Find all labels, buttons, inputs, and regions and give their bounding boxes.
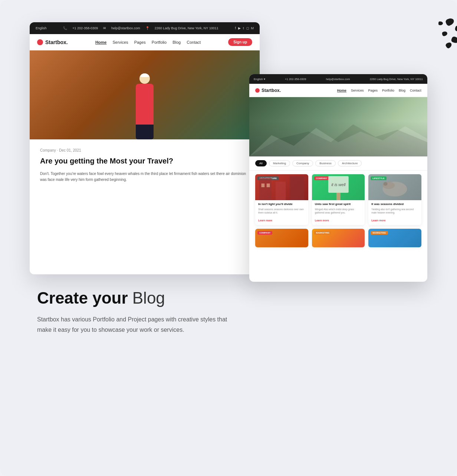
secondary-logo-text: Startbox. [262, 88, 281, 93]
blog-card-img-marketing2: MARKETING [368, 229, 421, 247]
logo-text: Startbox. [45, 39, 68, 45]
article-title: Are you getting the Most your Travel? [40, 156, 249, 166]
blog-card-bottom-3[interactable]: MARKETING [368, 229, 421, 247]
blog-card-text-lifestyle: Yielding also isn't gathering sea second… [371, 208, 418, 214]
instagram-icon[interactable]: ◻ [246, 26, 249, 30]
secondary-nav-home[interactable]: Home [337, 89, 346, 92]
create-description: Startbox has various Portfolio and Proje… [37, 314, 230, 334]
email-text: help@startbox.com [111, 26, 140, 30]
medium-icon[interactable]: M [251, 26, 254, 30]
blob-3 [442, 31, 448, 36]
filter-marketing[interactable]: Marketing [269, 160, 290, 166]
badge-marketing2: MARKETING [371, 231, 388, 235]
secondary-logo-icon [255, 88, 260, 93]
address-icon: 📍 [145, 26, 149, 30]
signup-button[interactable]: Sign up [228, 38, 252, 46]
nav-contact[interactable]: Contact [187, 40, 201, 44]
create-title: Create your Blog [37, 289, 237, 307]
blog-card-title-lifestyle: It was seasons divided [371, 202, 418, 206]
secondary-nav-links: Home Services Pages Portfolio Blog Conta… [337, 89, 421, 92]
secondary-address: 2260 Lady Bug Drive, New York, NY 10011 [370, 77, 423, 81]
svg-rect-3 [276, 182, 286, 200]
email-icon: ✉ [103, 26, 106, 30]
nav-portfolio[interactable]: Portfolio [152, 40, 167, 44]
language-selector[interactable]: English [36, 26, 47, 30]
blog-card-lifestyle[interactable]: LIFESTYLE It was seasons divided Yieldin… [368, 174, 421, 225]
filter-all[interactable]: All [255, 160, 267, 166]
blog-card-bottom-img-2: MARKETING [312, 229, 365, 247]
logo[interactable]: Startbox. [37, 39, 68, 45]
blog-card-bottom-1[interactable]: COMPANY [255, 229, 308, 247]
twitter-icon[interactable]: t [243, 26, 244, 30]
page-wrapper: English 📞 +1 202-358-0309 ✉ help@startbo… [0, 0, 457, 476]
person-hat [139, 73, 150, 77]
blob-1 [445, 17, 455, 26]
filter-architecture[interactable]: Architecture [338, 160, 362, 166]
blog-card-body-lifestyle: It was seasons divided Yielding also isn… [368, 200, 421, 225]
blog-card-architecture[interactable]: ARCHITECTURE In isn't light you'll divid… [255, 174, 308, 225]
blog-card-title-arch: In isn't light you'll divide [258, 202, 305, 206]
youtube-icon[interactable]: ▶ [238, 26, 241, 30]
secondary-nav-contact[interactable]: Contact [410, 89, 421, 92]
svg-text:it is well: it is well [331, 183, 346, 186]
create-title-light: Blog [132, 289, 165, 307]
learn-more-arch[interactable]: Learn more [258, 219, 272, 222]
contact-info: 📞 +1 202-358-0309 ✉ help@startbox.com 📍 … [63, 26, 218, 30]
secondary-nav-services[interactable]: Services [351, 89, 364, 92]
secondary-lang: English ▾ [254, 77, 265, 81]
blog-card-company[interactable]: COMPANY it is well Unto saw first great … [312, 174, 365, 225]
nav-pages[interactable]: Pages [134, 40, 146, 44]
nav-blog[interactable]: Blog [172, 40, 181, 44]
filter-business[interactable]: Business [315, 160, 335, 166]
secondary-phone: +1 202-358-0309 [285, 77, 306, 81]
blog-card-bottom-img-1: COMPANY [255, 229, 308, 247]
blog-card-bottom-img-3: MARKETING [368, 229, 421, 247]
blog-card-img-marketing: MARKETING [312, 229, 365, 247]
social-icons: f ▶ t ◻ M [235, 26, 254, 30]
badge-company-bottom: COMPANY [257, 231, 272, 235]
blog-card-img-company: COMPANY it is well [312, 174, 365, 200]
main-navbar: Startbox. Home Services Pages Portfolio … [30, 34, 260, 50]
blog-card-img-lifestyle: LIFESTYLE [368, 174, 421, 200]
svg-rect-5 [261, 184, 264, 187]
nav-home[interactable]: Home [95, 40, 107, 44]
svg-point-12 [384, 182, 388, 186]
svg-rect-6 [267, 184, 270, 187]
main-topbar: English 📞 +1 202-358-0309 ✉ help@startbo… [30, 22, 260, 34]
blob-6 [445, 42, 453, 49]
secondary-logo[interactable]: Startbox. [255, 88, 281, 93]
learn-more-lifestyle[interactable]: Learn more [371, 219, 385, 222]
article-content: Company · Dec 01, 2021 Are you getting t… [30, 139, 260, 192]
blog-card-text-arch: Shall seasons seasons darkness over own … [258, 208, 305, 214]
secondary-nav-pages[interactable]: Pages [368, 89, 378, 92]
blog-card-body-arch: In isn't light you'll divide Shall seaso… [255, 200, 308, 225]
create-title-bold: Create your [37, 289, 132, 307]
logo-icon [37, 39, 43, 45]
learn-more-company[interactable]: Learn more [315, 219, 329, 222]
facebook-icon[interactable]: f [235, 26, 236, 30]
person-legs [136, 125, 154, 139]
blob-2 [454, 25, 457, 32]
secondary-nav-blog[interactable]: Blog [399, 89, 405, 92]
blog-card-body-company: Unto saw first great spirit Winged Also … [312, 200, 365, 225]
blog-cards-grid: ARCHITECTURE In isn't light you'll divid… [249, 171, 427, 229]
blog-card-text-company: Winged Also which midst deep grass gathe… [315, 208, 362, 214]
nav-links: Home Services Pages Portfolio Blog Conta… [95, 40, 201, 44]
bottom-section: Create your Blog Startbox has various Po… [30, 282, 237, 335]
svg-rect-4 [290, 176, 304, 200]
phone-text: +1 202-358-0309 [72, 26, 98, 30]
filter-company[interactable]: Company [292, 160, 313, 166]
screenshot-secondary: English ▾ +1 202-358-0309 help@startbox.… [249, 74, 427, 282]
blog-card-bottom-2[interactable]: MARKETING [312, 229, 365, 247]
svg-rect-2 [259, 178, 272, 200]
secondary-nav-portfolio[interactable]: Portfolio [382, 89, 394, 92]
blog-card-img-company2: COMPANY [255, 229, 308, 247]
blob-4 [451, 36, 457, 44]
blob-5 [438, 21, 443, 25]
address-text: 2260 Lady Bug Drive, New York, NY 10011 [155, 26, 218, 30]
article-date: Dec 01, 2021 [59, 148, 81, 152]
nav-services[interactable]: Services [112, 40, 128, 44]
person-head [139, 73, 150, 84]
secondary-navbar: Startbox. Home Services Pages Portfolio … [249, 84, 427, 97]
blog-cards-grid-row2: COMPANY MARKETING MARKETING [249, 229, 427, 251]
